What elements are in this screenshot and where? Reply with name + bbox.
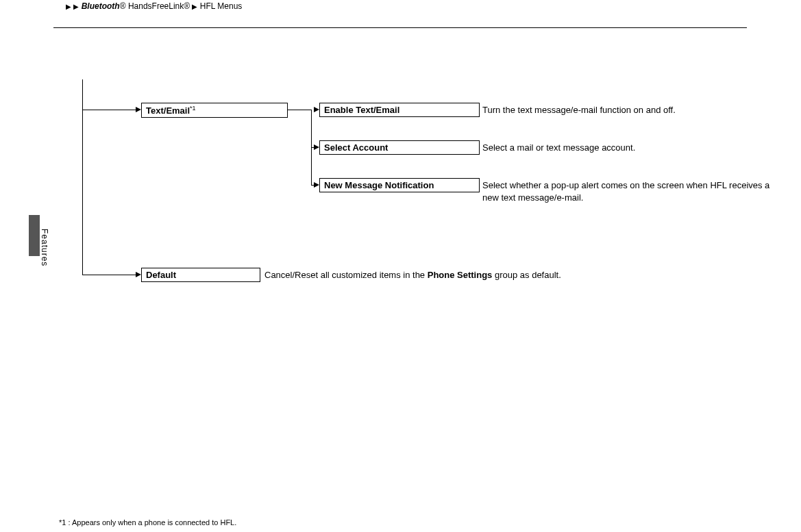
- node-label: Default: [146, 270, 176, 280]
- breadcrumb-part-hfl: HandsFreeLink: [128, 1, 184, 11]
- node-label: Text/Email: [146, 105, 190, 116]
- node-text-email: Text/Email*1: [141, 103, 288, 118]
- connector-line: [82, 79, 83, 275]
- connector-line: [288, 110, 311, 110]
- node-label: Enable Text/Email: [324, 105, 399, 115]
- node-label: Select Account: [324, 142, 388, 153]
- chevron-right-icon: ▶: [192, 3, 197, 10]
- arrow-right-icon: [314, 182, 319, 188]
- sidebar-tab: [29, 215, 40, 256]
- divider: [53, 27, 747, 28]
- arrow-right-icon: [314, 144, 319, 150]
- sidebar-label: Features: [40, 229, 49, 266]
- arrow-right-icon: [136, 272, 141, 277]
- registered-icon: ®: [184, 1, 190, 11]
- breadcrumb: ▶ ▶ Bluetooth® HandsFreeLink® ▶ HFL Menu…: [66, 1, 242, 11]
- node-select-account: Select Account: [319, 140, 480, 155]
- node-description: Select whether a pop-up alert comes on t…: [482, 179, 784, 203]
- node-description: Cancel/Reset all customized items in the…: [264, 269, 744, 281]
- node-default: Default: [141, 268, 260, 282]
- arrow-right-icon: [314, 107, 319, 112]
- connector-line: [82, 275, 137, 275]
- registered-icon: ®: [120, 1, 126, 11]
- node-sup: *1: [190, 105, 196, 112]
- node-description: Turn the text message/e-mail function on…: [482, 104, 784, 116]
- node-description: Select a mail or text message account.: [482, 142, 784, 154]
- chevron-right-icon: ▶: [73, 3, 79, 10]
- node-label: New Message Notification: [324, 180, 434, 190]
- node-enable-text-email: Enable Text/Email: [319, 103, 480, 117]
- breadcrumb-part-bluetooth: Bluetooth: [82, 1, 120, 11]
- connector-line: [82, 110, 137, 110]
- chevron-right-icon: ▶: [66, 3, 71, 10]
- breadcrumb-part-menus: HFL Menus: [200, 1, 243, 11]
- arrow-right-icon: [136, 107, 141, 112]
- footnote: *1 : Appears only when a phone is connec…: [59, 518, 236, 527]
- node-new-message-notification: New Message Notification: [319, 178, 480, 192]
